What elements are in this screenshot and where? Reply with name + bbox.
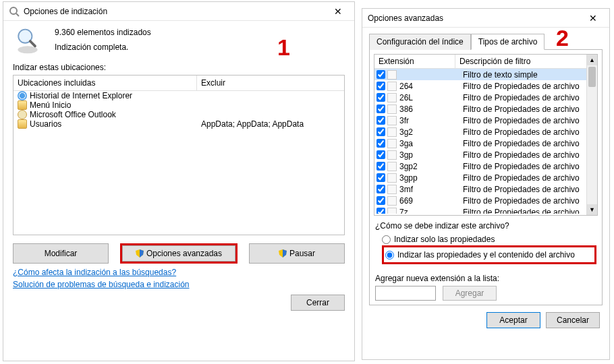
extension-row[interactable]: 669Filtro de Propiedades de archivo xyxy=(374,195,597,206)
exclude-value xyxy=(197,110,344,119)
svg-point-0 xyxy=(10,7,17,14)
indexing-options-dialog: Opciones de indización ✕ 9.360 elementos… xyxy=(3,1,355,361)
extension-row[interactable]: 264Filtro de Propiedades de archivo xyxy=(374,80,597,92)
indexed-count: 9.360 elementos indizados xyxy=(55,26,151,38)
modify-button[interactable]: Modificar xyxy=(13,243,109,264)
ext-desc: Filtro de Propiedades de archivo xyxy=(463,196,597,206)
col-description[interactable]: Descripción de filtro xyxy=(455,55,597,68)
index-status: Indización completa. xyxy=(55,41,151,53)
ext-checkbox[interactable] xyxy=(376,208,385,214)
dialog-title: Opciones avanzadas xyxy=(368,13,443,23)
ext-desc: Filtro de Propiedades de archivo xyxy=(463,139,597,148)
extension-row[interactable]: 386Filtro de Propiedades de archivo xyxy=(374,103,597,115)
extension-row[interactable]: 3g2Filtro de Propiedades de archivo xyxy=(374,126,597,138)
ext-desc: Filtro de Propiedades de archivo xyxy=(463,185,597,194)
extension-row[interactable]: 26LFiltro de Propiedades de archivo xyxy=(374,92,597,103)
scroll-down-icon[interactable]: ▼ xyxy=(587,204,597,215)
filetype-icon xyxy=(387,127,397,137)
extension-row[interactable]: 3frFiltro de Propiedades de archivo xyxy=(374,115,597,126)
ext-desc: Filtro de Propiedades de archivo xyxy=(463,162,597,171)
extension-row[interactable]: 3gpFiltro de Propiedades de archivo xyxy=(374,149,597,160)
ext-checkbox[interactable] xyxy=(376,150,385,159)
ext-checkbox[interactable] xyxy=(376,93,385,102)
help-link-indexing[interactable]: ¿Cómo afecta la indización a las búsqued… xyxy=(3,266,354,278)
tab-index-settings[interactable]: Configuración del índice xyxy=(369,34,471,50)
filetype-icon xyxy=(387,162,397,171)
how-index-label: ¿Cómo se debe indizar este archivo? xyxy=(375,221,598,231)
location-row[interactable]: UsuariosAppData; AppData; AppData xyxy=(13,119,344,129)
location-row[interactable]: Menú Inicio xyxy=(13,100,344,110)
location-icon xyxy=(18,110,27,119)
ext-checkbox[interactable] xyxy=(376,185,385,193)
troubleshoot-link[interactable]: Solución de problemas de búsqueda e indi… xyxy=(3,278,354,291)
col-exclude[interactable]: Excluir xyxy=(197,75,344,90)
ext-checkbox[interactable] xyxy=(376,139,385,148)
svg-line-4 xyxy=(30,41,35,46)
pause-button[interactable]: Pausar xyxy=(249,243,345,264)
add-extension-label: Agregar nueva extensión a la lista: xyxy=(375,274,598,283)
search-options-icon xyxy=(9,6,20,17)
locations-list: Ubicaciones incluidas Excluir Historial … xyxy=(13,75,345,235)
filetype-icon xyxy=(387,82,397,91)
location-label: Historial de Internet Explorer xyxy=(30,91,132,100)
locations-label: Indizar estas ubicaciones: xyxy=(3,59,354,73)
ext-name: 3gp xyxy=(399,150,463,160)
ext-checkbox[interactable] xyxy=(376,196,385,205)
location-icon xyxy=(18,100,27,110)
add-button[interactable]: Agregar xyxy=(443,286,497,301)
col-extension[interactable]: Extensión xyxy=(374,55,455,68)
new-extension-input[interactable] xyxy=(375,286,436,301)
exclude-value: AppData; AppData; AppData xyxy=(197,119,344,129)
location-row[interactable]: Historial de Internet Explorer xyxy=(13,91,344,100)
location-icon xyxy=(18,91,27,100)
radio-properties-only[interactable]: Indizar solo las propiedades xyxy=(382,235,596,244)
radio-properties-and-content[interactable]: Indizar las propiedades y el contenido d… xyxy=(385,250,593,260)
titlebar: Opciones de indización ✕ xyxy=(3,2,354,21)
ext-checkbox[interactable] xyxy=(376,116,385,125)
extension-row[interactable]: 3gaFiltro de Propiedades de archivo xyxy=(374,138,597,149)
extension-list: Extensión Descripción de filtro Filtro d… xyxy=(374,54,598,216)
filetype-icon xyxy=(387,139,397,148)
extension-row[interactable]: 3gp2Filtro de Propiedades de archivo xyxy=(374,160,597,172)
ext-desc: Filtro de Propiedades de archivo xyxy=(463,127,597,137)
ext-desc: Filtro de texto simple xyxy=(463,70,597,80)
tab-file-types[interactable]: Tipos de archivo xyxy=(471,34,545,50)
col-included[interactable]: Ubicaciones incluidas xyxy=(13,75,197,90)
highlight-index-content: Indizar las propiedades y el contenido d… xyxy=(382,245,596,264)
ext-name: 3g2 xyxy=(399,127,463,137)
ext-checkbox[interactable] xyxy=(376,82,385,90)
location-row[interactable]: Microsoft Office Outlook xyxy=(13,110,344,119)
extension-row[interactable]: Filtro de texto simple xyxy=(374,69,597,80)
ext-checkbox[interactable] xyxy=(376,104,385,113)
cancel-button[interactable]: Cancelar xyxy=(546,312,600,328)
advanced-options-dialog: Opciones avanzadas ✕ 2 Configuración del… xyxy=(362,8,610,360)
ext-desc: Filtro de Propiedades de archivo xyxy=(463,104,597,114)
ext-checkbox[interactable] xyxy=(376,127,385,136)
close-button[interactable]: Cerrar xyxy=(291,295,345,311)
extension-row[interactable]: 3gppFiltro de Propiedades de archivo xyxy=(374,172,597,183)
close-icon[interactable]: ✕ xyxy=(325,6,352,17)
magnifier-icon xyxy=(13,26,43,56)
location-label: Microsoft Office Outlook xyxy=(30,110,116,119)
ext-name: 386 xyxy=(399,104,463,114)
ext-desc: Filtro de Propiedades de archivo xyxy=(463,93,597,102)
advanced-options-button[interactable]: Opciones avanzadas xyxy=(122,245,235,262)
scroll-up-icon[interactable]: ▲ xyxy=(587,55,597,65)
scrollbar[interactable]: ▲ ▼ xyxy=(586,55,597,215)
ext-checkbox[interactable] xyxy=(376,173,385,182)
filetype-icon xyxy=(387,70,397,80)
extension-row[interactable]: 3mfFiltro de Propiedades de archivo xyxy=(374,183,597,195)
location-icon xyxy=(18,119,27,129)
uac-shield-icon xyxy=(279,249,287,257)
svg-line-1 xyxy=(16,13,19,16)
ext-checkbox[interactable] xyxy=(376,162,385,171)
filetype-icon xyxy=(387,173,397,183)
filetype-icon xyxy=(387,150,397,160)
close-icon[interactable]: ✕ xyxy=(580,13,607,24)
ext-checkbox[interactable] xyxy=(376,70,385,79)
scroll-thumb[interactable] xyxy=(588,67,596,87)
extension-row[interactable]: 7zFiltro de Propiedades de archivo xyxy=(374,206,597,214)
ext-name: 264 xyxy=(399,82,463,91)
ok-button[interactable]: Aceptar xyxy=(486,312,540,328)
ext-name: 7z xyxy=(399,208,463,214)
